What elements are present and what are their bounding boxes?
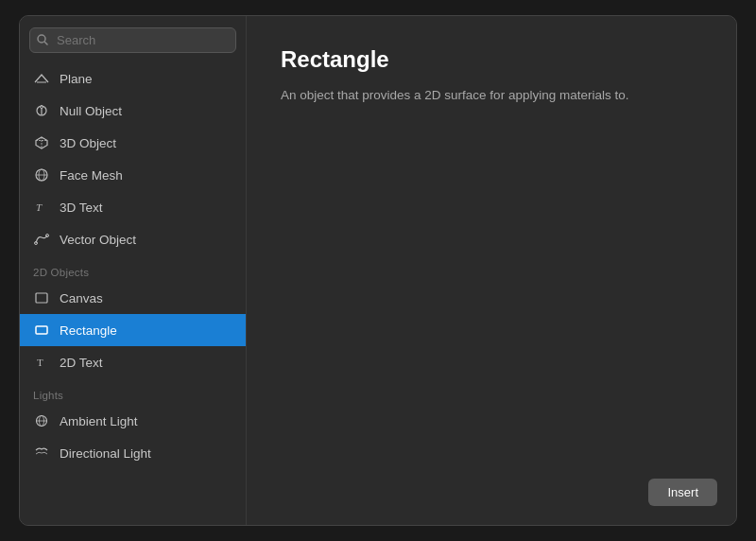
svg-text:T: T xyxy=(37,357,43,368)
sidebar-item-canvas[interactable]: Canvas xyxy=(20,282,246,314)
detail-description: An object that provides a 2D surface for… xyxy=(281,86,702,105)
rectangle-icon xyxy=(33,322,50,339)
sidebar-item-directional-light[interactable]: Directional Light xyxy=(20,437,246,469)
face-mesh-icon xyxy=(33,166,50,183)
svg-point-3 xyxy=(41,106,43,109)
canvas-label: Canvas xyxy=(60,291,103,305)
canvas-icon xyxy=(33,289,50,306)
vector-object-label: Vector Object xyxy=(60,233,136,247)
sidebar-item-face-mesh[interactable]: Face Mesh xyxy=(20,159,246,191)
sidebar-item-ambient-light[interactable]: Ambient Light xyxy=(20,405,246,437)
3d-object-label: 3D Object xyxy=(60,136,116,150)
sidebar-item-2d-text[interactable]: T 2D Text xyxy=(20,346,246,378)
svg-point-9 xyxy=(35,242,38,245)
sidebar-item-null-object[interactable]: Null Object xyxy=(20,95,246,127)
face-mesh-label: Face Mesh xyxy=(60,168,123,183)
insert-button[interactable]: Insert xyxy=(648,479,717,506)
section-header-lights: Lights xyxy=(20,378,246,405)
main-window: Plane Null Object xyxy=(19,15,737,526)
main-content: Rectangle An object that provides a 2D s… xyxy=(247,16,736,525)
ambient-light-label: Ambient Light xyxy=(60,414,138,428)
2d-text-icon: T xyxy=(33,354,50,371)
sidebar-list: Plane Null Object xyxy=(20,62,246,525)
rectangle-label: Rectangle xyxy=(60,323,117,338)
sidebar-item-vector-object[interactable]: Vector Object xyxy=(20,223,246,255)
3d-text-label: 3D Text xyxy=(60,201,103,215)
svg-rect-12 xyxy=(36,326,47,334)
detail-title: Rectangle xyxy=(281,46,702,73)
null-object-icon xyxy=(33,102,50,119)
search-input[interactable] xyxy=(29,27,236,53)
sidebar-item-plane[interactable]: Plane xyxy=(20,62,246,95)
3d-object-icon xyxy=(33,134,50,151)
svg-text:T: T xyxy=(36,201,43,213)
search-wrapper xyxy=(20,16,246,62)
sidebar-item-3d-text[interactable]: T 3D Text xyxy=(20,191,246,223)
sidebar: Plane Null Object xyxy=(20,16,247,525)
directional-light-icon xyxy=(33,445,50,462)
directional-light-label: Directional Light xyxy=(60,446,151,461)
2d-text-label: 2D Text xyxy=(60,356,103,370)
vector-object-icon xyxy=(33,231,50,248)
sidebar-item-rectangle[interactable]: Rectangle xyxy=(20,314,246,346)
section-header-2d-objects: 2D Objects xyxy=(20,255,246,282)
plane-icon xyxy=(33,70,50,87)
ambient-light-icon xyxy=(33,412,50,429)
sidebar-item-3d-object[interactable]: 3D Object xyxy=(20,127,246,159)
search-container xyxy=(29,27,236,53)
3d-text-icon: T xyxy=(33,199,50,216)
null-object-label: Null Object xyxy=(60,104,122,118)
svg-rect-11 xyxy=(36,293,47,303)
plane-label: Plane xyxy=(60,72,93,86)
